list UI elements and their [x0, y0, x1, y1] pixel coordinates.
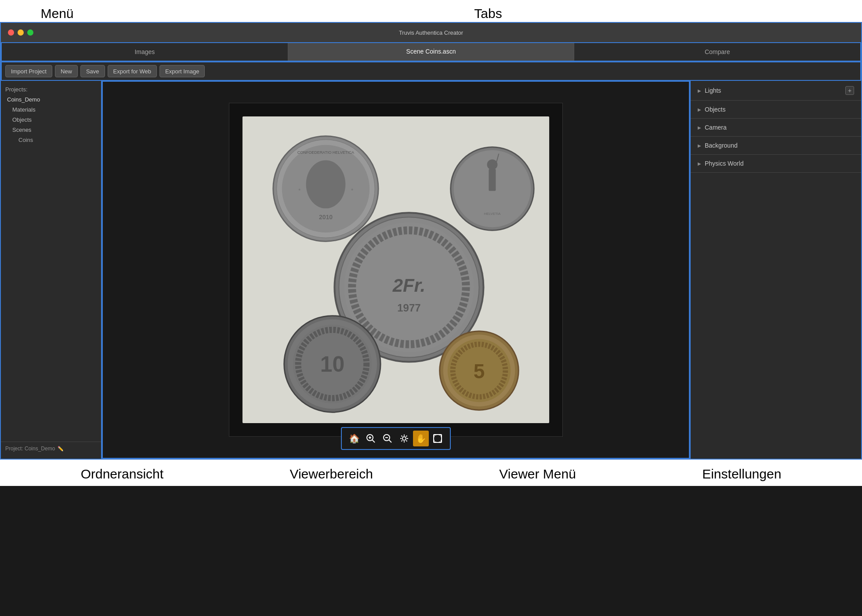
sidebar-item-scenes[interactable]: Scenes — [1, 125, 101, 135]
annotation-viewer-menu: Viewer Menü — [499, 467, 576, 482]
top-annotations: Menü Tabs — [0, 0, 862, 22]
toolbar: Import Project New Save Export for Web E… — [1, 62, 861, 81]
home-view-button[interactable]: 🏠 — [346, 431, 362, 446]
zoom-in-button[interactable] — [363, 431, 379, 446]
lights-label: Lights — [705, 87, 721, 94]
svg-text:HELVETIA: HELVETIA — [484, 212, 501, 216]
objects-label: Objects — [705, 106, 725, 113]
objects-chevron: ▶ — [698, 107, 701, 112]
viewer-toolbar: 🏠 — [341, 427, 451, 450]
annotation-einstellungen: Einstellungen — [702, 467, 781, 482]
projects-label: Projects: — [1, 84, 101, 94]
edit-icon[interactable]: ✏️ — [58, 446, 64, 452]
background-header[interactable]: ▶ Background — [691, 137, 861, 154]
lights-add-button[interactable]: + — [845, 86, 854, 95]
sidebar: Projects: Coins_Demo Materials Objects S… — [1, 81, 102, 459]
viewer-area: CONFOEDERATIO HELVETICA 2010 ★ ★ — [102, 81, 690, 459]
svg-line-45 — [402, 436, 402, 437]
fullscreen-button[interactable] — [430, 431, 445, 446]
svg-point-40 — [402, 437, 406, 440]
export-web-button[interactable]: Export for Web — [108, 65, 157, 77]
svg-text:10: 10 — [320, 352, 344, 377]
tab-compare[interactable]: Compare — [574, 43, 860, 61]
panel-section-background: ▶ Background — [691, 137, 861, 155]
sidebar-footer: Project: Coins_Demo ✏️ — [1, 442, 101, 455]
sidebar-item-objects[interactable]: Objects — [1, 115, 101, 125]
annotation-viewerbereich: Viewerbereich — [290, 467, 373, 482]
svg-rect-13 — [489, 169, 496, 191]
zoom-out-button[interactable] — [380, 431, 395, 446]
camera-header[interactable]: ▶ Camera — [691, 119, 861, 136]
annotation-tabs: Tabs — [114, 6, 862, 21]
panel-section-lights: ▶ Lights + — [691, 81, 861, 101]
panel-section-camera: ▶ Camera — [691, 119, 861, 137]
panel-section-objects: ▶ Objects — [691, 101, 861, 119]
svg-line-47 — [406, 436, 407, 437]
viewer-canvas[interactable]: CONFOEDERATIO HELVETICA 2010 ★ ★ — [229, 103, 563, 437]
svg-rect-49 — [434, 435, 442, 442]
camera-chevron: ▶ — [698, 125, 701, 130]
physics-world-label: Physics World — [705, 160, 743, 167]
svg-text:★: ★ — [298, 188, 301, 192]
maximize-button[interactable] — [27, 29, 33, 36]
traffic-lights — [8, 29, 33, 36]
annotation-menu: Menü — [0, 6, 114, 21]
tabs-bar: Images Scene Coins.ascn Compare — [1, 42, 861, 62]
svg-point-6 — [306, 160, 346, 209]
pan-button[interactable]: ✋ — [413, 431, 429, 446]
title-bar: Truvis Authentica Creator — [1, 23, 861, 42]
app-window: Truvis Authentica Creator Images Scene C… — [0, 22, 862, 460]
main-content: Projects: Coins_Demo Materials Objects S… — [1, 81, 861, 459]
window-title: Truvis Authentica Creator — [399, 29, 463, 36]
panel-section-physics-world: ▶ Physics World — [691, 155, 861, 173]
annotation-ordneransicht: Ordneransicht — [81, 467, 163, 482]
export-image-button[interactable]: Export Image — [159, 65, 205, 77]
lights-chevron: ▶ — [698, 88, 701, 93]
svg-line-38 — [389, 440, 392, 443]
svg-line-34 — [373, 440, 375, 443]
sidebar-item-coins[interactable]: Coins — [1, 135, 101, 145]
objects-header[interactable]: ▶ Objects — [691, 101, 861, 118]
svg-text:CONFOEDERATIO HELVETICA: CONFOEDERATIO HELVETICA — [297, 150, 354, 155]
minimize-button[interactable] — [18, 29, 24, 36]
background-chevron: ▶ — [698, 143, 701, 148]
import-project-button[interactable]: Import Project — [5, 65, 52, 77]
lights-header[interactable]: ▶ Lights + — [691, 81, 861, 100]
svg-text:5: 5 — [474, 360, 485, 383]
background-label: Background — [705, 142, 738, 149]
tab-images[interactable]: Images — [2, 43, 288, 61]
tab-scene-coins[interactable]: Scene Coins.ascn — [288, 43, 575, 61]
svg-text:2Fr.: 2Fr. — [392, 275, 426, 296]
camera-label: Camera — [705, 124, 727, 131]
physics-world-chevron: ▶ — [698, 161, 701, 166]
save-button[interactable]: Save — [80, 65, 105, 77]
close-button[interactable] — [8, 29, 14, 36]
svg-text:★: ★ — [351, 188, 354, 192]
physics-world-header[interactable]: ▶ Physics World — [691, 155, 861, 172]
sidebar-item-coins-demo[interactable]: Coins_Demo — [1, 94, 101, 105]
sidebar-item-materials[interactable]: Materials — [1, 105, 101, 115]
light-button[interactable] — [396, 431, 412, 446]
svg-text:2010: 2010 — [319, 214, 333, 221]
svg-line-46 — [406, 440, 407, 441]
right-panel: ▶ Lights + ▶ Objects ▶ Camera ▶ — [690, 81, 861, 459]
svg-text:1977: 1977 — [397, 302, 420, 314]
bottom-annotations: Ordneransicht Viewerbereich Viewer Menü … — [0, 460, 862, 486]
svg-line-48 — [402, 440, 402, 441]
new-button[interactable]: New — [55, 65, 78, 77]
